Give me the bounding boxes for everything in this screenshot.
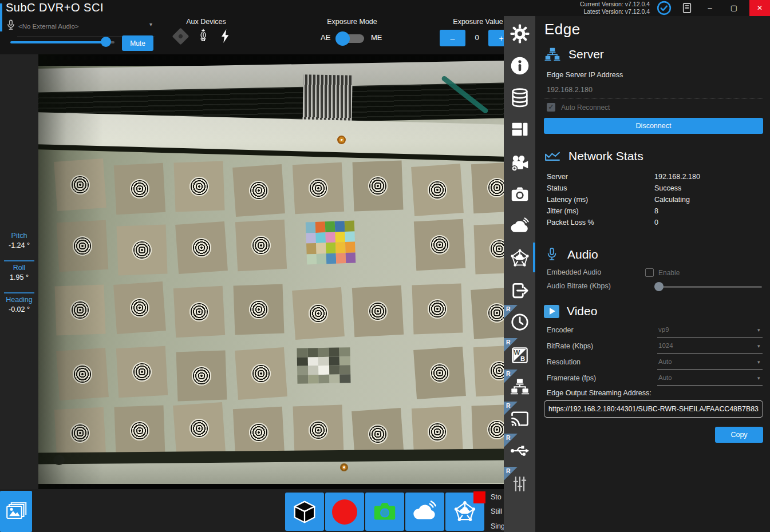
calibration-target: [232, 164, 285, 217]
cloud-upload-button[interactable]: [405, 493, 444, 531]
audio-bitrate-slider[interactable]: [535, 281, 770, 292]
audio-bitrate-thumb[interactable]: [654, 282, 664, 291]
toolbar-export-button[interactable]: [504, 277, 535, 304]
toolbar-cast-button[interactable]: R: [504, 406, 535, 432]
pitch-label: Pitch: [0, 232, 38, 240]
exposure-value-label: Exposure Value: [449, 18, 507, 26]
toolbar-camera-button[interactable]: [504, 181, 535, 208]
bitrate-dropdown[interactable]: BitRate (Kbps)1024▾: [547, 342, 763, 357]
still-capture-button[interactable]: [365, 493, 404, 531]
calibration-target: [474, 224, 504, 275]
current-version: Current Version: v7.12.0.4: [580, 1, 650, 8]
me-label: ME: [371, 33, 382, 42]
video-play-icon: [544, 305, 559, 318]
status-value: Success: [654, 184, 681, 192]
pitch-value: -1.24 °: [0, 241, 38, 249]
calibration-target: [353, 161, 404, 212]
aux-strobe-icon[interactable]: [219, 27, 231, 45]
calibration-target: [173, 402, 226, 455]
auto-reconnect-checkbox[interactable]: ✓: [547, 103, 555, 112]
network-stats-icon: [544, 148, 561, 165]
toolbar-video-settings-button[interactable]: [504, 150, 535, 177]
server-section-heading: Server: [544, 46, 604, 63]
record-button[interactable]: [325, 493, 364, 531]
edge-action-button[interactable]: [445, 493, 484, 531]
server-icon: [544, 46, 561, 63]
panel-title: Edge: [544, 21, 581, 38]
toolbar-adjustments-button[interactable]: R: [504, 471, 535, 497]
pitch-readout: Pitch -1.24 °: [0, 232, 38, 249]
chevron-down-icon: ▾: [149, 21, 152, 27]
calibration-target: [411, 164, 464, 216]
cube-3d-button[interactable]: [285, 493, 324, 531]
encoder-dropdown[interactable]: Encodervp9▾: [547, 326, 763, 341]
toolbar-cloud-button[interactable]: [504, 213, 535, 240]
calibration-target: [235, 220, 287, 271]
calibration-target: [57, 220, 108, 272]
microphone-icon: [5, 18, 17, 32]
recording-flag: R: [504, 434, 518, 447]
external-audio-value: <No External Audio>: [18, 23, 79, 30]
calibration-target: [412, 284, 463, 335]
audio-enable-checkbox[interactable]: [645, 268, 654, 277]
manual-icon[interactable]: [681, 2, 693, 14]
copy-button[interactable]: Copy: [715, 427, 763, 443]
top-control-bar: <No External Audio> ▾ Mute Aux Devices E…: [0, 16, 535, 54]
chevron-down-icon: ▾: [757, 343, 760, 349]
recording-flag: R: [504, 402, 518, 415]
toolbar-settings-button[interactable]: [504, 21, 535, 47]
framerate-dropdown[interactable]: Framerate (fps)Auto▾: [547, 374, 763, 389]
calibration-target: [352, 285, 404, 337]
maximize-button[interactable]: ▢: [723, 0, 745, 16]
resolution-dropdown[interactable]: ResolutionAuto▾: [547, 358, 763, 373]
calibration-target: [54, 158, 106, 211]
clipped-label-single: Sing: [491, 522, 505, 530]
calibration-target: [293, 405, 344, 456]
calibration-target: [235, 347, 287, 400]
aux-laser-icon[interactable]: [172, 28, 189, 45]
toolbar-white-balance-button[interactable]: R WB: [504, 342, 535, 368]
calibration-target: [55, 285, 106, 336]
volume-slider-thumb[interactable]: [101, 37, 111, 47]
close-button[interactable]: ✕: [749, 0, 770, 16]
aux-lamp-icon[interactable]: [197, 27, 210, 45]
stream-address-label: Edge Output Streaming Address:: [547, 389, 651, 397]
toolbar-layout-button[interactable]: [504, 116, 535, 142]
grey-checker: [297, 347, 350, 384]
color-checker: [306, 221, 356, 265]
ip-address-value[interactable]: 192.168.2.180: [547, 86, 593, 94]
toolbar-edge-button[interactable]: [504, 245, 535, 272]
roll-label: Roll: [0, 264, 38, 272]
telemetry-panel: Pitch -1.24 ° Roll 1.95 ° Heading -0.02 …: [0, 54, 38, 489]
audio-mic-icon: [544, 246, 560, 263]
calibration-target: [472, 404, 504, 455]
heading-value: -0.02 °: [0, 305, 38, 313]
calibration-target: [117, 225, 168, 276]
bottom-bar: Sto Still Sing: [0, 489, 535, 532]
stream-address-input[interactable]: [544, 400, 763, 418]
embedded-audio-label: Embedded Audio: [547, 268, 601, 276]
exposure-minus-button[interactable]: –: [440, 30, 465, 46]
stat-row: Server192.168.2.180: [547, 173, 764, 184]
calibration-target: [473, 345, 504, 396]
gallery-button[interactable]: [0, 491, 32, 532]
toolbar-storage-button[interactable]: [504, 85, 535, 111]
external-audio-select[interactable]: <No External Audio> ▾: [18, 21, 155, 31]
latest-version: Latest Version: v7.12.0.4: [580, 8, 650, 15]
minimize-button[interactable]: –: [699, 0, 721, 16]
update-ok-icon: [657, 1, 672, 15]
recording-badge: [473, 491, 485, 503]
toolbar-network-button[interactable]: R: [504, 374, 535, 400]
exposure-mode-toggle[interactable]: [338, 34, 364, 43]
toolbar-rec-schedule-button[interactable]: R: [504, 309, 535, 335]
mute-button[interactable]: Mute: [122, 35, 153, 51]
toolbar-usb-button[interactable]: R: [504, 438, 535, 464]
network-stats-heading: Network Stats: [544, 148, 643, 165]
calibration-target: [56, 348, 109, 400]
volume-slider[interactable]: [10, 41, 114, 43]
calibration-target: [292, 287, 345, 340]
disconnect-button[interactable]: Disconnect: [544, 118, 763, 134]
calibration-target: [414, 219, 465, 271]
toolbar-info-button[interactable]: [504, 53, 535, 79]
audio-enable-label: Enable: [658, 269, 680, 277]
